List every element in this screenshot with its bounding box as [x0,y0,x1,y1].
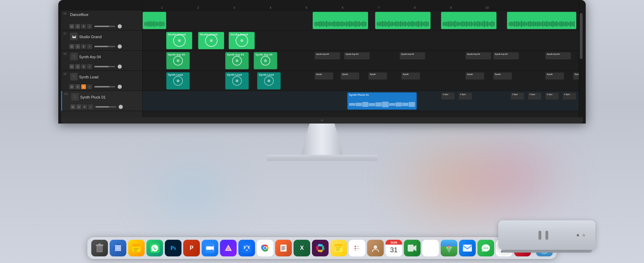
clip-arp-r4[interactable]: Synth Arp 04 [465,52,491,60]
rec-arm-btn-synth-lead[interactable]: R [81,84,86,89]
lane-dancefloor[interactable] [143,10,579,31]
rec-arm-btn-synth-arp[interactable]: R [81,64,86,69]
mute-btn-synth-pluck[interactable]: M [70,104,75,109]
clip-studio-3[interactable]: Studio Grand [229,32,255,49]
clip-pluck-main[interactable]: Synth Pluck 01 [347,92,417,110]
clip-dancefloor-2[interactable] [313,12,368,29]
clip-lead-r2[interactable]: Synth [340,72,359,80]
track-header-synth-lead[interactable]: 39 ⬛ Synth Lead M S R I [61,71,142,91]
clip-pluck-r3[interactable]: C Synt [510,92,524,100]
clip-lead-r7[interactable]: Synth [545,72,564,80]
clip-arp-r2[interactable]: Synth Arp 04 [344,52,370,60]
dock-icon-maps[interactable] [441,240,457,256]
clip-pluck-r4[interactable]: C Synt [528,92,542,100]
clip-arp-2[interactable]: Synth Arp 04 [225,52,249,69]
fader-synth-arp[interactable] [94,66,115,67]
dock-icon-photoshop[interactable]: Ps [165,240,181,256]
clip-pluck-r1[interactable]: C Synt [441,92,455,100]
clip-lead-r5[interactable]: Synth [465,72,484,80]
dock-icon-trash[interactable] [91,240,108,256]
clip-arp-r5[interactable]: Synth Arp 04 [493,52,519,60]
dock-icon-calendar[interactable]: SUN 31 [385,240,402,256]
dock-icon-photos[interactable] [422,240,439,256]
input-btn-synth-pluck[interactable]: I [88,104,93,109]
lane-synth-lead[interactable]: Synth Lead Synth Lead Synth Lead [143,71,579,91]
clip-pluck-r6[interactable]: C Synt [562,92,576,100]
fader-synth-lead[interactable] [94,86,115,87]
dock-icon-xcode[interactable] [238,240,255,256]
mute-btn-studio-grand[interactable]: M [69,44,74,49]
dock-icon-zoom[interactable] [202,240,218,256]
dock-icon-affinity[interactable] [220,240,237,256]
scrollbar-thumb[interactable] [580,13,583,59]
clip-studio-1[interactable]: Studio Grand [166,32,192,49]
dock-icon-textedit[interactable] [275,240,292,256]
rec-arm-btn-synth-pluck[interactable]: R [82,104,87,109]
clip-circle-arp3 [261,56,270,66]
fader-dancefloor[interactable] [94,26,115,27]
rec-arm-btn-dancefloor[interactable]: R [81,24,86,29]
clip-dancefloor-5[interactable] [507,12,576,29]
clip-lead-3[interactable]: Synth Lead [257,72,281,90]
mute-btn-synth-lead[interactable]: M [69,84,74,89]
track-header-studio-grand[interactable]: 37 🎹 Studio Grand M S R I [61,31,142,51]
mute-btn-dancefloor[interactable]: M [69,24,74,29]
knob-studio-grand[interactable] [118,44,122,49]
dock-icon-contacts[interactable] [367,240,384,256]
fader-synth-pluck[interactable] [95,106,116,108]
clip-dancefloor-4[interactable] [441,12,497,29]
dock-icon-slack[interactable] [312,240,329,256]
clip-pluck-r2[interactable]: C Synt [458,92,472,100]
solo-btn-synth-lead[interactable]: S [75,84,80,89]
clip-arp-1[interactable]: Synth Arp 04 [166,52,190,69]
input-btn-studio-grand[interactable]: I [87,44,92,49]
dock-icon-mail[interactable] [459,240,476,256]
lane-synth-pluck[interactable]: Synth Pluck 01 [143,91,579,111]
solo-btn-synth-arp[interactable]: S [75,64,80,69]
mute-btn-synth-arp[interactable]: M [69,64,74,69]
knob-synth-arp[interactable] [118,65,122,69]
knob-synth-pluck[interactable] [119,105,123,109]
track-header-synth-arp[interactable]: 38 ⬛ Synth Arp 04 M S R I [61,51,142,71]
dock-icon-whatsapp[interactable] [146,240,163,256]
lane-studio-grand[interactable]: Studio Grand Studio Grand Studio Grand [143,31,579,51]
clip-lead-r8[interactable]: Synth [573,72,579,80]
dock-icon-launchpad[interactable] [110,240,126,256]
knob-synth-lead[interactable] [118,85,122,89]
clip-dancefloor-3[interactable] [375,12,431,29]
clip-lead-1[interactable]: Synth Lead [166,72,190,90]
solo-btn-synth-pluck[interactable]: S [76,104,81,109]
dock-icon-powerpoint[interactable]: P [183,240,200,256]
lane-synth-arp[interactable]: Synth Arp 04 Synth Arp 04 Synth Arp 04 [143,51,579,71]
solo-btn-dancefloor[interactable]: S [75,24,80,29]
dock-icon-facetime[interactable] [404,240,421,256]
clip-arp-3[interactable]: Synth Arp 04 [254,52,277,69]
rec-arm-btn-studio-grand[interactable]: R [81,44,86,49]
clip-lead-2[interactable]: Synth Lead [225,72,249,90]
input-btn-synth-lead[interactable]: I [87,84,92,89]
fader-studio-grand[interactable] [94,46,115,47]
solo-btn-studio-grand[interactable]: S [75,44,80,49]
input-btn-synth-arp[interactable]: I [87,64,92,69]
clip-studio-2[interactable]: Studio Grand [198,32,224,49]
dock-icon-notes[interactable] [128,240,145,256]
clip-lead-r4[interactable]: Synth [401,72,420,80]
track-header-dancefloor[interactable]: 36 Dancefloor M S R I [61,10,142,31]
clip-arp-r1[interactable]: Synth Arp 04 [314,52,340,60]
dock-icon-excel[interactable]: X [294,240,310,256]
clip-lead-r3[interactable]: Synth [368,72,387,80]
dock-icon-reminders[interactable] [349,240,365,256]
clip-lead-r1[interactable]: Synth [314,72,333,80]
dock-icon-stickies[interactable] [330,240,347,256]
clip-lead-r6[interactable]: Synth [493,72,512,80]
clip-arp-r6[interactable]: Synth Arp 04 [545,52,571,60]
dock-icon-messages[interactable] [477,240,494,256]
track-header-synth-pluck[interactable]: 40 ⬛ Synth Pluck 01 M S R I [61,91,142,111]
clip-arp-r3[interactable]: Synth Arp 04 [399,52,425,60]
clip-pluck-r5[interactable]: C Synt [545,92,559,100]
dock-icon-chrome[interactable] [257,240,273,256]
input-btn-dancefloor[interactable]: I [87,24,92,29]
clip-dancefloor-1[interactable] [143,12,166,29]
knob-dancefloor[interactable] [118,24,122,28]
timeline-scrollbar[interactable] [579,3,583,117]
